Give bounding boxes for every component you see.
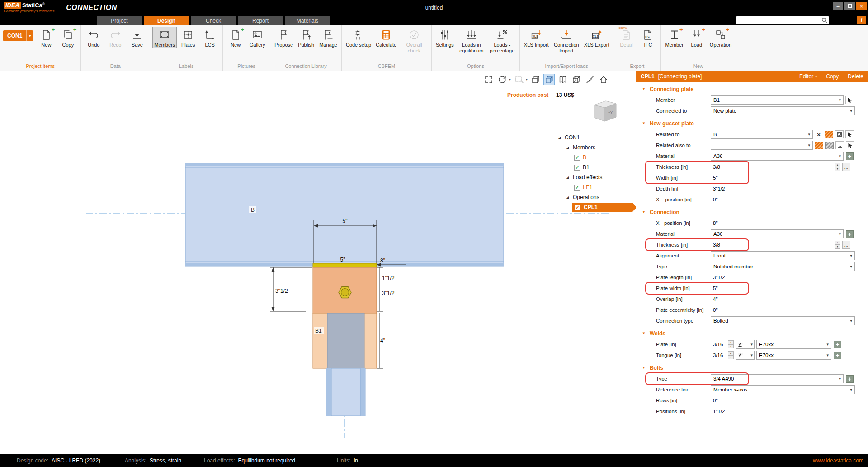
ribbon-save-button[interactable]: Save [127, 27, 147, 48]
add-item-button[interactable]: + [846, 152, 854, 160]
ribbon-loads-in-equilibrium-button[interactable]: Loads in equilibrium [457, 27, 486, 54]
info-button[interactable]: i [857, 16, 866, 24]
view-cube[interactable]: +Y [588, 97, 620, 126]
close-button[interactable]: × [856, 2, 867, 10]
tab-check[interactable]: Check [191, 16, 236, 25]
ribbon-operation-button[interactable]: +Operation [708, 27, 733, 48]
section-new-gusset-plate[interactable]: ▼New gusset plate [636, 118, 868, 129]
tree-node-load-effects[interactable]: ◢Load effects [556, 172, 636, 182]
section-connection[interactable]: ▼Connection [636, 206, 868, 218]
website-link[interactable]: www.ideastatica.com [813, 457, 863, 464]
orbit-button[interactable] [496, 74, 508, 85]
ribbon-settings-button[interactable]: Settings [434, 27, 456, 48]
ribbon-plates-button[interactable]: Plates [178, 27, 198, 48]
value-spinner[interactable]: ▴▾ [728, 351, 734, 359]
plate-length-in-value[interactable]: 3"1/2 [711, 275, 846, 280]
spin-up-icon[interactable]: ▴ [835, 241, 840, 245]
tree-node-members[interactable]: ◢Members [556, 143, 636, 152]
tab-report[interactable]: Report [238, 16, 283, 25]
home-view-button[interactable] [598, 74, 609, 85]
connection-type-dropdown[interactable]: Bolted▾ [711, 316, 855, 325]
connection-drawing[interactable]: 5" 3"1/2 5" 8" 1"1/2 3"1/2 4" [0, 71, 635, 454]
value-spinner[interactable]: ▴▾ [835, 241, 840, 249]
ribbon-xls-export-button[interactable]: XLSXLS Export [582, 27, 611, 48]
weld-type-dropdown[interactable]: ▾ [736, 340, 755, 349]
related-to-dropdown[interactable]: B▾ [711, 130, 813, 139]
ribbon-undo-button[interactable]: Undo [83, 27, 104, 48]
value-spinner[interactable]: ▴▾ [835, 163, 840, 171]
ribbon-new-button[interactable]: +New [225, 27, 246, 48]
type-dropdown[interactable]: 3/4 A490▾ [711, 374, 844, 383]
spin-up-icon[interactable]: ▴ [835, 163, 840, 167]
copy-operation-button[interactable]: Copy [826, 73, 839, 80]
plate-side-icon[interactable] [825, 142, 834, 149]
tree-expander-icon[interactable]: ◢ [566, 176, 570, 180]
frame-icon[interactable] [835, 130, 844, 138]
spin-up-icon[interactable]: ▴ [728, 340, 734, 344]
spin-down-icon[interactable]: ▾ [835, 167, 840, 171]
member-dropdown[interactable]: B1▾ [711, 95, 844, 105]
column-member-b1[interactable] [326, 368, 365, 416]
section-bolts[interactable]: ▼Bolts [636, 362, 868, 373]
section-connecting-plate[interactable]: ▼Connecting plate [636, 83, 868, 95]
weld-strip[interactable] [313, 263, 377, 267]
spin-down-icon[interactable]: ▾ [835, 245, 840, 249]
type-dropdown[interactable]: Notched member▾ [711, 262, 855, 271]
spin-down-icon[interactable]: ▾ [728, 355, 734, 359]
pick-in-scene-button[interactable] [846, 141, 854, 149]
x-position-in-value[interactable]: 0" [711, 197, 846, 202]
spin-down-icon[interactable]: ▾ [728, 344, 734, 348]
weld-type-dropdown[interactable]: ▾ [736, 351, 755, 360]
ribbon-propose-button[interactable]: Propose [273, 27, 295, 48]
frame-icon[interactable] [835, 141, 844, 149]
tab-design[interactable]: Design [144, 16, 189, 25]
tree-node-le1[interactable]: ✓LE1 [556, 182, 636, 192]
depth-in-value[interactable]: 3"1/2 [711, 186, 846, 191]
spin-up-icon[interactable]: ▴ [728, 351, 734, 355]
delete-operation-button[interactable]: Delete [848, 73, 863, 80]
tree-node-con1[interactable]: ◢CON1 [556, 133, 636, 143]
view-transparent-button[interactable] [571, 74, 582, 85]
material-dropdown[interactable]: A36▾ [711, 229, 844, 238]
search-input[interactable] [738, 18, 821, 23]
related-also-to-dropdown[interactable]: ▾ [711, 141, 813, 150]
tree-node-b1[interactable]: ✓B1 [556, 162, 636, 172]
overlap-in-value[interactable]: 4" [711, 296, 846, 302]
tree-expander-icon[interactable]: ◢ [566, 146, 570, 150]
add-item-button[interactable]: + [846, 230, 854, 238]
weld-material-dropdown[interactable]: E70xx▾ [756, 351, 831, 360]
pick-in-scene-button[interactable] [845, 96, 854, 104]
material-dropdown[interactable]: A36▾ [711, 152, 844, 161]
ribbon-lcs-button[interactable]: LCS [199, 27, 220, 48]
plate-width-in-value[interactable]: 5" [711, 286, 846, 291]
more-options-button[interactable]: ... [842, 241, 850, 249]
zoom-fit-button[interactable] [483, 74, 494, 85]
checkbox-checked-icon[interactable]: ✓ [574, 165, 580, 171]
chevron-down-icon[interactable]: ▾ [509, 77, 511, 81]
plate-eccentricity-in-value[interactable]: 0" [711, 307, 846, 313]
tree-node-operations[interactable]: ◢Operations [556, 192, 636, 202]
model-canvas[interactable]: 5" 3"1/2 5" 8" 1"1/2 3"1/2 4" [0, 71, 636, 454]
chevron-down-icon[interactable]: ▾ [26, 30, 33, 41]
plate-side-active-icon[interactable] [815, 142, 823, 149]
thickness-in-value[interactable]: 3/8 [711, 242, 834, 248]
ribbon-members-button[interactable]: Members [152, 27, 177, 48]
section-welds[interactable]: ▼Welds [636, 328, 868, 339]
ribbon-calculate-button[interactable]: Calculate [374, 27, 398, 48]
remove-icon[interactable]: × [815, 131, 823, 138]
x-position-in-value[interactable]: 8" [711, 220, 846, 226]
ribbon-code-setup-button[interactable]: Code setup [344, 27, 373, 48]
add-item-button[interactable]: + [846, 375, 854, 383]
tree-node-b[interactable]: ✓B [556, 152, 636, 162]
checkbox-checked-icon[interactable]: ✓ [574, 185, 580, 191]
tree-node-cpl1[interactable]: ✓CPL1 [556, 202, 636, 212]
connected-to-dropdown[interactable]: New plate▾ [711, 106, 855, 115]
checkbox-checked-icon[interactable]: ✓ [574, 155, 580, 161]
view-wireframe-button[interactable] [530, 74, 541, 85]
thickness-in-value[interactable]: 3/8 [711, 164, 834, 170]
plate-in-value[interactable]: 3/16 [711, 342, 727, 347]
measure-button[interactable] [584, 74, 595, 85]
reference-line-dropdown[interactable]: Member x-axis▾ [711, 385, 855, 394]
ribbon-ifc-button[interactable]: IFCIFC [637, 27, 658, 48]
value-spinner[interactable]: ▴▾ [728, 340, 734, 348]
